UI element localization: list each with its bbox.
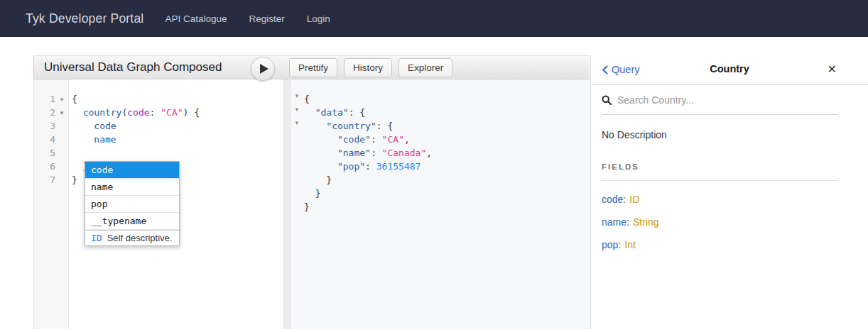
doc-fields-list: code:IDname:Stringpop:Int	[602, 188, 857, 256]
autocomplete-item-pop[interactable]: pop	[85, 196, 179, 213]
autocomplete-info-row: ID Self descriptive.	[85, 230, 179, 245]
autocomplete-dropdown: codenamepop__typename ID Self descriptiv…	[85, 161, 180, 246]
code-line	[72, 146, 283, 160]
page-title: Universal Data Graph Composed	[34, 60, 222, 74]
gutter-row: 1▾	[34, 92, 68, 106]
line-number: 7	[34, 175, 55, 185]
nav-links: API CatalogueRegisterLogin	[165, 13, 330, 24]
autocomplete-item-name[interactable]: name	[85, 179, 179, 196]
doc-explorer-header: Query Country ✕	[591, 55, 868, 85]
code-line: }	[304, 187, 590, 200]
fold-arrow-icon[interactable]: ▾	[55, 96, 68, 103]
toolbar-button-explorer[interactable]: Explorer	[398, 58, 452, 77]
code-line: }	[304, 200, 590, 214]
top-navbar: Tyk Developer Portal API CatalogueRegist…	[0, 0, 868, 37]
line-number: 6	[34, 161, 55, 172]
autocomplete-item-typename[interactable]: __typename	[85, 213, 179, 230]
brand-title[interactable]: Tyk Developer Portal	[26, 11, 143, 26]
doc-type-title: Country	[591, 63, 868, 74]
code-line: "country": {	[304, 119, 590, 133]
code-line: name	[72, 133, 283, 146]
doc-field-type[interactable]: Int	[624, 239, 636, 250]
toolbar-button-history[interactable]: History	[344, 58, 392, 77]
toolbar-buttons: PrettifyHistoryExplorer	[289, 55, 452, 79]
pane-resize-handle[interactable]	[283, 79, 291, 329]
doc-divider	[602, 180, 838, 181]
code-line: {	[72, 92, 283, 106]
toolbar-button-prettify[interactable]: Prettify	[289, 58, 337, 77]
line-number: 5	[34, 148, 55, 158]
code-line: country(code: "CA") {	[72, 106, 283, 119]
doc-search-input[interactable]	[617, 94, 838, 106]
line-number: 2	[34, 107, 55, 118]
code-line: "code": "CA",	[304, 133, 590, 146]
code-line: "data": {	[304, 106, 590, 119]
gutter-row: 7	[34, 173, 68, 187]
doc-search-row	[602, 85, 838, 115]
autocomplete-info-type[interactable]: ID	[91, 233, 102, 243]
doc-field-type[interactable]: String	[633, 216, 659, 228]
line-number-gutter: 1▾2▾34567	[34, 79, 69, 329]
result-code-area: { "data": { "country": { "code": "CA", "…	[291, 79, 590, 214]
graphiql-container: Universal Data Graph Composed PrettifyHi…	[33, 55, 868, 329]
gutter-row: 4	[34, 133, 68, 146]
code-line: "name": "Canada",	[304, 146, 590, 160]
result-fold-gutter: ▾▾▾	[291, 92, 303, 214]
fold-spacer	[291, 133, 303, 146]
nav-link-api-catalogue[interactable]: API Catalogue	[165, 13, 227, 24]
search-icon	[602, 95, 612, 105]
gutter-row: 2▾	[34, 106, 68, 119]
fold-arrow-icon[interactable]: ▾	[55, 109, 68, 116]
fold-spacer	[291, 200, 303, 214]
fold-arrow-icon[interactable]: ▾	[291, 92, 303, 106]
gutter-row: 5	[34, 146, 68, 160]
doc-field-row: name:String	[602, 211, 857, 233]
fold-spacer	[291, 160, 303, 173]
line-number: 4	[34, 134, 55, 145]
execute-query-button[interactable]	[251, 57, 275, 81]
gutter-row: 3	[34, 119, 68, 133]
code-line: }	[304, 173, 590, 187]
doc-fields-header: FIELDS	[602, 162, 857, 171]
fold-spacer	[291, 187, 303, 200]
doc-field-name[interactable]: pop	[602, 239, 618, 250]
doc-explorer-panel: Query Country ✕ No Description FIELDS co…	[590, 55, 868, 329]
doc-field-colon: :	[623, 194, 626, 205]
play-icon	[260, 64, 268, 74]
doc-description: No Description	[602, 129, 857, 140]
doc-field-row: code:ID	[602, 188, 857, 211]
code-line: code	[72, 119, 283, 133]
result-viewer: ▾▾▾ { "data": { "country": { "code": "CA…	[291, 79, 590, 329]
fold-spacer	[291, 173, 303, 187]
doc-field-colon: :	[626, 216, 629, 228]
doc-field-colon: :	[618, 239, 621, 250]
doc-field-name[interactable]: code	[602, 194, 623, 205]
autocomplete-item-code[interactable]: code	[85, 162, 179, 179]
code-line: "pop": 36155487	[304, 160, 590, 173]
nav-link-login[interactable]: Login	[307, 13, 330, 24]
fold-arrow-icon[interactable]: ▾	[291, 119, 303, 133]
line-number: 1	[34, 94, 55, 104]
line-number: 3	[34, 121, 55, 131]
close-icon[interactable]: ✕	[828, 62, 837, 77]
nav-link-register[interactable]: Register	[249, 13, 285, 24]
gutter-row: 6	[34, 160, 68, 173]
doc-field-name[interactable]: name	[602, 216, 626, 228]
fold-arrow-icon[interactable]: ▾	[291, 106, 303, 119]
doc-field-type[interactable]: ID	[629, 194, 639, 205]
code-line: {	[304, 92, 590, 106]
doc-field-row: pop:Int	[602, 233, 857, 256]
fold-spacer	[291, 146, 303, 160]
autocomplete-info-description: Self descriptive.	[107, 233, 173, 243]
